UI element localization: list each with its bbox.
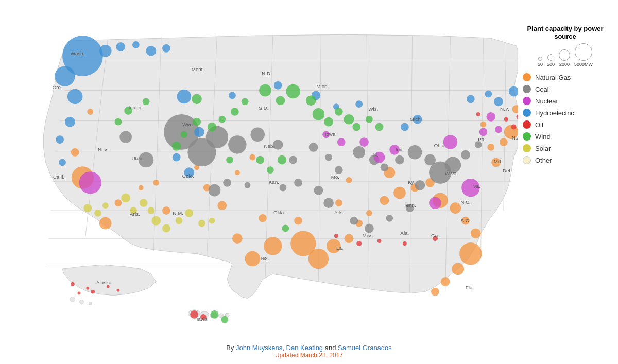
svg-point-198 xyxy=(209,218,215,224)
svg-text:Miss.: Miss. xyxy=(362,233,374,238)
svg-point-27 xyxy=(71,148,79,157)
svg-point-145 xyxy=(286,84,300,99)
size-label-5000: 5000MW xyxy=(574,62,593,67)
svg-point-151 xyxy=(352,123,360,131)
size-label-500: 500 xyxy=(547,62,555,67)
svg-text:Wash.: Wash. xyxy=(71,50,85,56)
svg-point-123 xyxy=(99,45,112,57)
size-label-50: 50 xyxy=(538,62,543,67)
footer-updated: Updated March 28, 2017 xyxy=(0,352,618,359)
svg-text:S.D.: S.D. xyxy=(259,105,268,111)
svg-point-58 xyxy=(459,242,482,265)
legend-item-solar: Solar xyxy=(523,144,613,152)
page-container: Wash. Ore. Calif. Nev. Idaho Utah Ariz. … xyxy=(0,0,618,364)
svg-point-125 xyxy=(132,41,140,48)
svg-point-141 xyxy=(494,97,503,106)
svg-text:Minn.: Minn. xyxy=(316,83,329,89)
author-dan[interactable]: Dan Keating xyxy=(286,344,323,352)
svg-point-161 xyxy=(278,155,287,165)
svg-point-124 xyxy=(116,42,125,51)
svg-point-157 xyxy=(181,131,188,138)
svg-point-128 xyxy=(177,90,192,104)
svg-point-100 xyxy=(294,179,302,187)
svg-point-146 xyxy=(306,95,316,106)
svg-text:Ark.: Ark. xyxy=(334,210,343,215)
svg-point-76 xyxy=(119,131,132,143)
svg-point-197 xyxy=(198,220,205,227)
legend: Plant capacity by power source 50 500 20… xyxy=(518,25,613,164)
svg-point-121 xyxy=(56,135,64,144)
natural-gas-dot xyxy=(523,73,531,81)
svg-point-120 xyxy=(65,117,75,127)
author-john[interactable]: John Muyskens xyxy=(236,344,282,352)
svg-point-201 xyxy=(83,204,92,212)
svg-text:Tenn.: Tenn. xyxy=(404,202,416,208)
svg-point-176 xyxy=(107,285,110,288)
svg-point-163 xyxy=(192,94,202,105)
svg-point-149 xyxy=(335,108,343,116)
svg-point-170 xyxy=(211,310,219,319)
svg-point-180 xyxy=(511,125,517,130)
svg-point-177 xyxy=(116,289,119,292)
svg-point-43 xyxy=(294,217,302,225)
svg-point-193 xyxy=(151,216,161,226)
svg-text:W.Va.: W.Va. xyxy=(445,170,458,176)
svg-text:Wis.: Wis. xyxy=(368,106,378,112)
svg-point-196 xyxy=(185,209,193,217)
svg-point-173 xyxy=(86,287,89,290)
svg-point-158 xyxy=(172,142,181,151)
svg-point-164 xyxy=(143,98,150,105)
svg-text:Iowa: Iowa xyxy=(325,131,336,137)
svg-point-118 xyxy=(55,66,75,86)
svg-text:Alaska: Alaska xyxy=(96,280,112,285)
map-area: Wash. Ore. Calif. Nev. Idaho Utah Ariz. … xyxy=(0,10,530,345)
svg-point-167 xyxy=(366,116,373,123)
legend-item-other: Other xyxy=(523,156,613,164)
svg-point-65 xyxy=(500,138,508,146)
legend-item-natural-gas: Natural Gas xyxy=(523,73,613,81)
svg-text:N.Y.: N.Y. xyxy=(500,106,509,112)
svg-point-96 xyxy=(365,224,374,233)
svg-point-91 xyxy=(461,150,470,160)
svg-point-31 xyxy=(139,185,144,190)
svg-point-86 xyxy=(395,155,404,165)
svg-point-115 xyxy=(486,112,495,122)
svg-point-132 xyxy=(229,92,236,99)
svg-point-114 xyxy=(479,128,488,136)
svg-point-81 xyxy=(325,154,332,161)
svg-point-79 xyxy=(289,156,297,164)
svg-text:Fla.: Fla. xyxy=(466,285,474,290)
svg-point-93 xyxy=(415,180,425,190)
nuclear-dot xyxy=(523,97,531,105)
legend-title: Plant capacity by power source xyxy=(518,25,613,40)
svg-point-188 xyxy=(334,234,338,238)
svg-point-155 xyxy=(208,123,217,132)
svg-point-116 xyxy=(495,126,502,133)
svg-point-95 xyxy=(386,215,393,222)
svg-point-40 xyxy=(264,237,282,255)
svg-text:Ala.: Ala. xyxy=(400,230,409,236)
svg-point-130 xyxy=(173,153,181,162)
svg-point-192 xyxy=(148,207,155,214)
svg-point-122 xyxy=(59,159,66,166)
svg-text:Calif.: Calif. xyxy=(53,174,64,180)
svg-point-28 xyxy=(87,109,93,115)
svg-point-199 xyxy=(94,210,101,217)
svg-point-137 xyxy=(401,123,409,131)
svg-point-102 xyxy=(245,182,251,188)
svg-text:Va.: Va. xyxy=(473,183,480,189)
svg-text:Idaho: Idaho xyxy=(129,105,142,110)
author-samuel[interactable]: Samuel Granados xyxy=(338,344,392,352)
svg-text:Ind.: Ind. xyxy=(396,147,404,152)
legend-item-coal: Coal xyxy=(523,85,613,93)
oil-dot xyxy=(523,120,531,129)
footer-byline: By John Muyskens, Dan Keating and Samuel… xyxy=(0,344,618,352)
svg-text:Mo.: Mo. xyxy=(331,174,339,180)
svg-text:Ariz.: Ariz. xyxy=(130,211,140,217)
wind-label: Wind xyxy=(535,133,551,141)
svg-text:Neb.: Neb. xyxy=(264,143,274,149)
svg-point-156 xyxy=(193,118,201,126)
svg-point-143 xyxy=(259,84,271,97)
svg-point-63 xyxy=(487,144,494,151)
svg-point-104 xyxy=(209,184,221,197)
